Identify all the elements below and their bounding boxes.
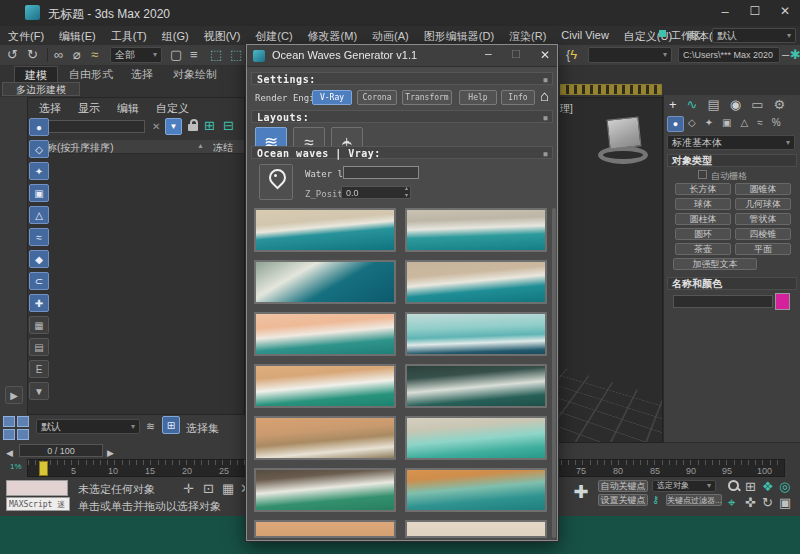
- stack-icon[interactable]: ≋: [146, 418, 155, 434]
- display-tab-icon[interactable]: ▭: [751, 97, 763, 112]
- orbit-icon[interactable]: ↻: [762, 495, 773, 511]
- home-icon[interactable]: ⌂: [540, 87, 549, 104]
- filter-plus-icon[interactable]: ✚: [29, 294, 49, 312]
- toolbar-minus-icon[interactable]: –: [782, 47, 789, 63]
- help-button[interactable]: Help: [459, 90, 497, 105]
- zoom-icon[interactable]: [728, 480, 740, 492]
- search-clear-icon[interactable]: ✕: [152, 121, 160, 132]
- object-name-field[interactable]: [673, 295, 773, 308]
- menu-views[interactable]: 视图(V): [204, 29, 241, 44]
- filter-xrefs-icon[interactable]: ▤: [29, 338, 49, 356]
- menu-file[interactable]: 文件(F): [8, 29, 44, 44]
- button-textplus[interactable]: 加强型文本: [673, 258, 757, 270]
- explorer-list-body[interactable]: [29, 154, 244, 414]
- filter-shapes-icon[interactable]: ◇: [29, 140, 49, 158]
- set-key-key-icon[interactable]: ⚷: [652, 494, 659, 505]
- lock-icon[interactable]: [188, 119, 198, 131]
- grid-snap-icon[interactable]: ▦: [222, 481, 234, 497]
- menu-graph-editors[interactable]: 图形编辑器(D): [424, 29, 494, 44]
- time-slider-value[interactable]: 0 / 100: [19, 444, 103, 457]
- maxscript-icon[interactable]: {ϟ: [566, 47, 577, 63]
- utilities-tab-icon[interactable]: ⚙: [773, 97, 785, 112]
- info-button[interactable]: Info: [501, 90, 535, 105]
- dialog-maximize-icon[interactable]: ☐: [511, 48, 521, 61]
- primitive-category-dropdown[interactable]: 标准基本体 ▾: [667, 135, 795, 150]
- wave-preset-thumb-14[interactable]: [405, 520, 547, 538]
- selection-set-dropdown[interactable]: 选定对象 ▾: [652, 480, 716, 492]
- filter-groups-icon[interactable]: ▦: [29, 316, 49, 334]
- prev-frame-icon[interactable]: ◀: [6, 445, 13, 461]
- tab-freeform[interactable]: 自由形式: [64, 66, 118, 82]
- filter-geometry-icon[interactable]: ●: [29, 118, 49, 136]
- viewport-label[interactable]: 理]: [560, 102, 573, 116]
- motion-tab-icon[interactable]: ◉: [730, 97, 741, 112]
- zoom-all-icon[interactable]: ⊞: [745, 479, 756, 495]
- modify-tab-icon[interactable]: ∿: [687, 97, 698, 112]
- ocean-waves-rollout[interactable]: Ocean waves | Vray: ▪: [251, 146, 553, 159]
- geometry-category-icon[interactable]: ●: [667, 116, 684, 132]
- filter-spacewarps-icon[interactable]: ≈: [29, 228, 49, 246]
- add-time-tag-icon[interactable]: ✚: [568, 479, 594, 505]
- dialog-title-bar[interactable]: Ocean Waves Generator v1.1 – ☐ ✕: [247, 45, 557, 67]
- layouts-rollout[interactable]: Layouts: ▪: [251, 110, 553, 123]
- menu-create[interactable]: 创建(C): [255, 29, 292, 44]
- maximize-icon[interactable]: ☐: [742, 4, 768, 18]
- z-position-spinner[interactable]: 0.0 ▴ ▾: [341, 186, 411, 199]
- settings-rollout[interactable]: Settings: ▪: [251, 72, 553, 85]
- workspace-dropdown[interactable]: 默认 ▾: [712, 28, 796, 43]
- maxscript-listener-input[interactable]: MAXScript 迷: [6, 497, 70, 511]
- menu-group[interactable]: 组(G): [162, 29, 189, 44]
- filter-cameras-icon[interactable]: ▣: [29, 184, 49, 202]
- filter-expand-icon[interactable]: E: [29, 360, 49, 378]
- cameras-category-icon[interactable]: ▣: [722, 117, 731, 128]
- close-icon[interactable]: ✕: [772, 4, 798, 18]
- autogrid-checkbox[interactable]: 自动栅格: [698, 170, 747, 183]
- wave-preset-thumb-12[interactable]: [405, 468, 547, 512]
- explorer-header-row[interactable]: 名称(按升序排序) ▲ 冻结: [29, 140, 244, 154]
- explorer-menu-customize[interactable]: 自定义: [156, 101, 189, 116]
- frozen-column-header[interactable]: 冻结: [213, 141, 233, 155]
- viewcube[interactable]: [607, 116, 642, 149]
- tab-object-paint[interactable]: 对象绘制: [166, 66, 224, 82]
- menu-animation[interactable]: 动画(A): [372, 29, 409, 44]
- sync-selection-icon[interactable]: ⊞: [204, 118, 215, 134]
- wave-preset-thumb-4[interactable]: [405, 260, 547, 304]
- isolate-selection-icon[interactable]: ✛: [183, 481, 194, 497]
- tab-modeling[interactable]: 建模: [14, 66, 58, 82]
- selection-lock-icon[interactable]: ⊡: [203, 481, 214, 497]
- unlink-icon[interactable]: ⌀: [73, 47, 81, 63]
- tab-selection[interactable]: 选择: [124, 66, 160, 82]
- project-path-dropdown[interactable]: C:\Users\*** Max 2020 ▾: [678, 47, 780, 63]
- explorer-search-input[interactable]: [33, 120, 145, 133]
- button-cylinder[interactable]: 圆柱体: [675, 213, 731, 225]
- auto-key-button[interactable]: 自动关键点: [598, 480, 648, 492]
- lights-category-icon[interactable]: ✦: [705, 117, 713, 128]
- edit-selection-set-icon[interactable]: ⊞: [162, 416, 180, 434]
- menu-edit[interactable]: 编辑(E): [59, 29, 96, 44]
- wave-preset-thumb-5[interactable]: [254, 312, 396, 356]
- button-geosphere[interactable]: 几何球体: [735, 198, 791, 210]
- wave-preset-thumb-6[interactable]: [405, 312, 547, 356]
- water-level-input[interactable]: [343, 166, 419, 179]
- maximize-viewport-icon[interactable]: ▣: [779, 495, 791, 511]
- bind-spacewarp-icon[interactable]: ≈: [91, 47, 98, 63]
- trackbar-mini-icon[interactable]: 1%: [10, 462, 22, 471]
- maxscript-listener-output[interactable]: [6, 480, 68, 496]
- set-key-button[interactable]: 设置关键点: [598, 494, 648, 506]
- engine-corona-button[interactable]: Corona: [357, 90, 397, 105]
- ribbon-collapsed-strip[interactable]: [560, 84, 662, 95]
- spacewarps-category-icon[interactable]: ≈: [757, 117, 763, 128]
- menu-rendering[interactable]: 渲染(R): [509, 29, 546, 44]
- hierarchy-tab-icon[interactable]: ▤: [708, 97, 720, 112]
- filter-helpers-icon[interactable]: △: [29, 206, 49, 224]
- undo-icon[interactable]: ↺: [7, 47, 18, 63]
- select-link-icon[interactable]: ∞: [54, 47, 63, 63]
- engine-vray-button[interactable]: V-Ray: [312, 90, 352, 105]
- viewcube-ring[interactable]: [598, 146, 648, 164]
- create-tab-icon[interactable]: +: [669, 97, 677, 112]
- minimize-icon[interactable]: –: [712, 4, 738, 19]
- redo-icon[interactable]: ↻: [27, 47, 38, 63]
- button-box[interactable]: 长方体: [675, 183, 731, 195]
- menu-modifiers[interactable]: 修改器(M): [308, 29, 358, 44]
- systems-category-icon[interactable]: %: [772, 117, 781, 128]
